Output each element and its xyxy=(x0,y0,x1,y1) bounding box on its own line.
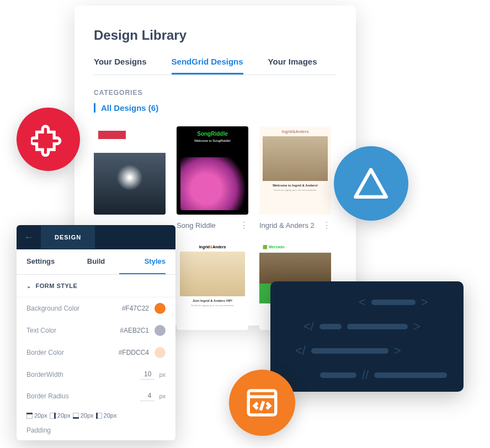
angle-bracket-icon: </ xyxy=(295,344,306,358)
angle-bracket-icon: > xyxy=(394,344,401,358)
padding-value[interactable]: 20px xyxy=(57,412,71,419)
styles-header: ← DESIGN xyxy=(17,225,175,249)
style-label: Text Color xyxy=(26,327,56,334)
padding-bottom-icon[interactable] xyxy=(73,413,79,419)
design-card[interactable]: Ingrid&Anders Welcome to Ingrid & Anders… xyxy=(259,126,331,231)
row-background-color: Background Color #F47C22 xyxy=(17,297,175,319)
padding-left-icon[interactable] xyxy=(96,413,102,419)
row-border-color: Border Color #FDDCC4 xyxy=(17,342,175,364)
tab-your-images[interactable]: Your Images xyxy=(268,57,317,74)
padding-value[interactable]: 20px xyxy=(34,412,47,419)
thumb-logo: SongRiddle xyxy=(177,126,248,137)
row-border-radius: Border Radius 4 px xyxy=(17,385,175,407)
puzzle-feature-circle xyxy=(17,108,80,171)
styles-panel: ← DESIGN Settings Build Styles ⌄ FORM ST… xyxy=(17,225,175,440)
thumbnail-offgrid xyxy=(94,126,166,215)
thumbnail-songriddle: SongRiddle Welcome to SongRiddle! xyxy=(177,126,248,215)
design-card[interactable] xyxy=(94,126,166,231)
code-feature-circle xyxy=(229,370,295,436)
thumbnail-ingrid2: Ingrid&Anders Join Ingrid & Anders VIP! … xyxy=(177,242,248,330)
subtab-build[interactable]: Build xyxy=(73,249,119,274)
style-label: Background Color xyxy=(26,305,79,312)
thumb-text: Join Ingrid & Anders VIP! xyxy=(180,299,245,302)
design-name: Song Riddle xyxy=(177,221,216,230)
triangle-feature-circle xyxy=(334,146,408,221)
number-input[interactable]: 4 xyxy=(140,391,155,401)
section-title: FORM STYLE xyxy=(36,282,78,289)
thumb-logo: 🟩 Mercado xyxy=(259,242,331,253)
style-label: Border Color xyxy=(26,349,64,356)
tab-your-designs[interactable]: Your Designs xyxy=(94,57,147,74)
angle-bracket-icon: </ xyxy=(303,319,314,334)
subtab-styles[interactable]: Styles xyxy=(119,249,166,274)
thumb-text: Thanks for signing up to our new newslet… xyxy=(263,189,328,191)
code-window-icon xyxy=(244,385,280,421)
row-padding-label: Padding xyxy=(17,421,175,440)
triangle-icon xyxy=(350,163,391,204)
hex-value[interactable]: #F47C22 xyxy=(122,305,149,312)
hex-value[interactable]: #AEB2C1 xyxy=(120,327,149,334)
style-label: BorderWidth xyxy=(26,371,63,378)
subtab-settings[interactable]: Settings xyxy=(26,249,73,274)
row-width: Width 500 px xyxy=(17,440,175,440)
angle-bracket-icon: < xyxy=(359,295,366,310)
style-label: Border Radius xyxy=(26,392,69,400)
padding-value[interactable]: 20px xyxy=(104,412,117,419)
puzzle-icon xyxy=(31,122,66,157)
more-menu-icon[interactable]: ⋮ xyxy=(239,220,248,231)
thumb-logo: Ingrid&Anders xyxy=(263,130,328,134)
thumb-logo: Ingrid&Anders xyxy=(180,245,245,249)
design-card[interactable]: SongRiddle Welcome to SongRiddle! Song R… xyxy=(177,126,248,231)
angle-bracket-icon: > xyxy=(421,295,428,310)
row-text-color: Text Color #AEB2C1 xyxy=(17,319,175,342)
library-title: Design Library xyxy=(94,28,337,43)
thumb-text: Thanks for signing up to our new newslet… xyxy=(180,304,245,307)
more-menu-icon[interactable]: ⋮ xyxy=(322,220,331,231)
padding-right-icon[interactable] xyxy=(50,413,56,419)
chevron-down-icon: ⌄ xyxy=(26,283,31,289)
form-style-section[interactable]: ⌄ FORM STYLE xyxy=(17,275,175,297)
slash-slash-icon: // xyxy=(362,368,369,382)
library-tabs: Your Designs SendGrid Designs Your Image… xyxy=(94,57,337,75)
color-swatch[interactable] xyxy=(155,347,166,358)
color-swatch[interactable] xyxy=(155,325,166,336)
unit-label: px xyxy=(159,393,166,399)
thumbnail-ingrid: Ingrid&Anders Welcome to Ingrid & Anders… xyxy=(259,126,331,215)
row-border-width: BorderWidth 10 px xyxy=(17,364,175,385)
angle-bracket-icon: > xyxy=(413,319,420,334)
code-panel: <> </> </> // xyxy=(270,281,464,392)
thumb-text: Welcome to SongRiddle! xyxy=(177,139,248,142)
number-input[interactable]: 10 xyxy=(140,369,155,380)
unit-label: px xyxy=(159,371,166,378)
categories-label: CATEGORIES xyxy=(94,89,337,97)
hex-value[interactable]: #FDDCC4 xyxy=(119,349,149,356)
design-name: Ingrid & Anders 2 xyxy=(259,221,315,230)
styles-subtabs: Settings Build Styles xyxy=(17,249,175,275)
back-button[interactable]: ← xyxy=(17,232,41,243)
color-swatch[interactable] xyxy=(155,303,166,314)
padding-value[interactable]: 20px xyxy=(81,412,94,419)
style-label: Padding xyxy=(26,426,51,434)
padding-top-icon[interactable] xyxy=(26,413,33,419)
thumb-text: Welcome to Ingrid & Anders! xyxy=(263,184,328,187)
tab-sendgrid-designs[interactable]: SendGrid Designs xyxy=(172,57,243,74)
category-all-designs[interactable]: All Designs (6) xyxy=(94,103,337,113)
design-card[interactable]: Ingrid&Anders Join Ingrid & Anders VIP! … xyxy=(177,242,248,330)
design-tab[interactable]: DESIGN xyxy=(41,226,95,249)
